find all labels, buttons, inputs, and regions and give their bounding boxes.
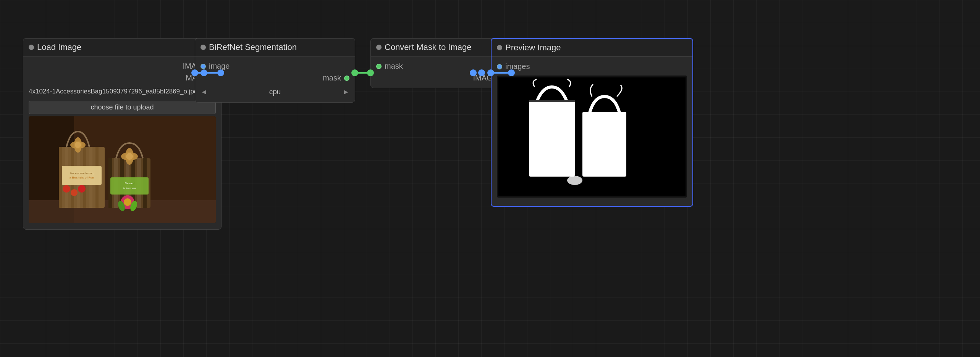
device-row: ◄ cpu ►	[195, 85, 355, 98]
svg-point-19	[78, 185, 86, 193]
upload-button[interactable]: choose file to upload	[29, 101, 216, 114]
svg-point-42	[567, 176, 582, 185]
load-image-status-dot	[29, 45, 34, 50]
port-image-in-connector[interactable]	[201, 64, 206, 69]
port-mask-row: MASK	[23, 72, 221, 84]
convert-mask-header: Convert Mask to Image	[371, 39, 511, 56]
port-mask-in-connector[interactable]	[376, 64, 382, 69]
svg-rect-4	[59, 147, 62, 208]
load-image-title: Load Image	[37, 42, 81, 52]
port-mask-out-label: mask	[323, 74, 341, 82]
port-mask-in-row: mask	[371, 60, 511, 72]
load-image-header: Load Image	[23, 39, 221, 56]
file-selector-row: 4x1024-1AccessoriesBag15093797296_ea85bf…	[23, 84, 221, 99]
port-images-in-connector[interactable]	[497, 64, 502, 69]
port-image-row: IMAGE	[23, 60, 221, 72]
svg-text:Blessed: Blessed	[125, 182, 134, 185]
svg-rect-39	[529, 100, 575, 177]
svg-text:to know you: to know you	[123, 187, 136, 189]
preview-image-title: Preview Image	[505, 43, 561, 53]
svg-rect-40	[529, 100, 575, 102]
preview-image-body: images	[492, 57, 692, 206]
svg-point-13	[75, 142, 81, 148]
svg-rect-14	[62, 166, 102, 185]
convert-mask-body: mask IMAGE	[371, 56, 511, 88]
port-images-in-row: images	[492, 61, 692, 72]
mask-result-svg	[498, 77, 686, 196]
device-arrow-left[interactable]: ◄	[201, 88, 207, 96]
node-load-image: Load Image IMAGE MASK 4x1024-1Accessorie…	[23, 38, 222, 230]
birefnet-body: image mask ◄ cpu ►	[195, 56, 355, 102]
svg-rect-43	[560, 154, 563, 169]
load-image-body: IMAGE MASK 4x1024-1AccessoriesBag1509379…	[23, 56, 221, 229]
birefnet-status-dot	[201, 45, 206, 50]
svg-point-18	[71, 189, 78, 196]
device-value: cpu	[269, 88, 281, 96]
svg-point-35	[124, 198, 131, 206]
svg-text:a Bushels of Fun: a Bushels of Fun	[70, 176, 94, 179]
load-image-preview-area: Hope you're having a Bushels of Fun	[29, 116, 216, 223]
load-image-canvas: Hope you're having a Bushels of Fun	[29, 116, 216, 223]
device-arrow-right[interactable]: ►	[343, 88, 349, 96]
gift-bag-svg: Hope you're having a Bushels of Fun	[29, 116, 216, 223]
port-image-in-row: image	[195, 60, 355, 72]
convert-mask-title: Convert Mask to Image	[385, 42, 471, 52]
svg-rect-31	[110, 177, 149, 195]
svg-rect-44	[558, 168, 565, 173]
svg-text:Hope you're having: Hope you're having	[70, 172, 93, 175]
birefnet-title: BiRefNet Segmentation	[209, 42, 297, 52]
port-mask-out-connector[interactable]	[344, 76, 349, 81]
convert-mask-status-dot	[376, 45, 382, 50]
svg-rect-41	[582, 112, 626, 177]
file-name-label: 4x1024-1AccessoriesBag15093797296_ea85bf…	[29, 88, 202, 95]
svg-point-30	[126, 153, 133, 160]
node-birefnet: BiRefNet Segmentation image mask ◄ cpu ►	[195, 38, 355, 103]
port-mask-in-label: mask	[385, 62, 403, 71]
node-preview-image: Preview Image images	[491, 38, 693, 207]
port-mask-out-row: mask	[195, 72, 355, 84]
preview-image-status-dot	[497, 45, 502, 50]
port-image-out-row: IMAGE	[371, 72, 511, 84]
port-images-in-label: images	[505, 62, 530, 71]
preview-image-canvas	[497, 76, 687, 198]
birefnet-header: BiRefNet Segmentation	[195, 39, 355, 56]
preview-image-header: Preview Image	[492, 39, 692, 57]
port-image-in-label: image	[209, 62, 230, 71]
svg-point-17	[63, 185, 70, 193]
